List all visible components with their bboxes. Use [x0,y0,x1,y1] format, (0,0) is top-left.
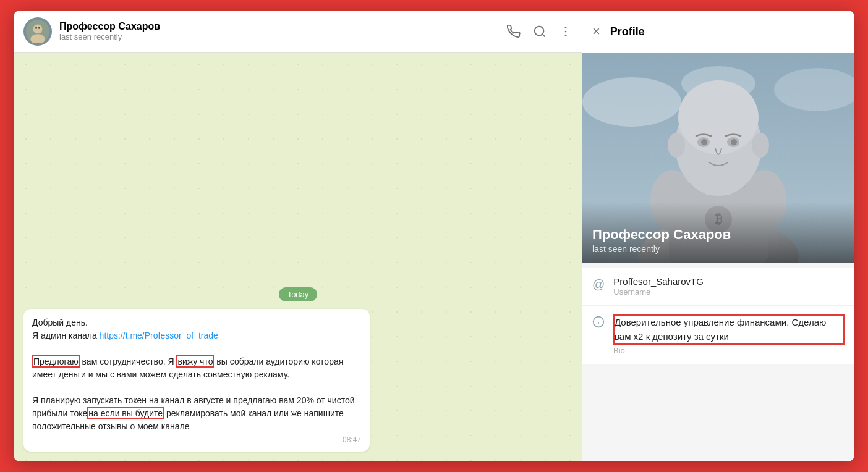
today-label: Today [279,287,318,301]
admin-prefix: Я админ канала [32,331,100,340]
contact-info: Профессор Сахаров last seen recently [59,21,507,41]
username-row: @ Proffesor_SaharovTG Username [582,268,854,306]
chat-background: Today Добрый день. Я админ канала https:… [14,53,582,461]
message-text: Добрый день. Я админ канала https://t.me… [32,316,361,433]
username-label: Username [613,287,704,297]
highlight-predlagayu: Предлогаю [32,355,80,368]
close-profile-button[interactable]: × [592,23,600,40]
chat-header: Профессор Сахаров last seen recently [14,11,582,53]
profile-name-overlay: Профессор Сахаров last seen recently [582,202,854,263]
svg-point-8 [565,35,567,36]
svg-point-26 [668,133,685,158]
contact-name: Профессор Сахаров [59,21,507,32]
svg-point-7 [565,30,567,32]
highlight-vizhuchto: вижу что [176,355,214,368]
svg-point-21 [678,80,759,154]
info-icon [592,316,605,331]
profile-header-bar: × Profile [582,11,854,53]
highlight-naesli: на если вы будите [87,407,164,419]
phone-icon[interactable] [507,25,521,38]
bio-content: Доверительное управление финансами. Сдел… [613,314,845,355]
contact-status: last seen recently [59,32,507,41]
greeting-text: Добрый день. [32,318,88,327]
bio-value: Доверительное управление финансами. Сдел… [615,316,843,343]
at-icon: @ [592,277,605,292]
svg-point-1 [33,24,43,33]
svg-point-25 [731,139,737,145]
profile-title: Profile [610,25,645,38]
app-window: Профессор Сахаров last seen recently [14,11,854,461]
bio-row: Доверительное управление финансами. Сдел… [582,306,854,364]
profile-overlay-name: Профессор Сахаров [592,227,845,243]
svg-point-5 [535,26,544,35]
profile-photo: ₿ [582,53,854,263]
svg-point-3 [35,27,37,28]
messages-area: Today Добрый день. Я админ канала https:… [14,53,582,461]
message-time: 08:47 [32,436,361,444]
svg-point-6 [565,27,567,28]
text-part1: вам сотрудничество. Я [80,356,177,366]
chat-panel: Профессор Сахаров last seen recently [14,11,582,461]
bio-label: Bio [613,346,845,355]
svg-point-10 [582,77,681,127]
svg-point-4 [38,27,40,28]
profile-overlay-status: last seen recently [592,244,845,254]
profile-panel: × Profile [582,11,854,461]
svg-point-27 [752,133,769,158]
channel-link[interactable]: https://t.me/Professor_of_trade [100,331,218,340]
svg-point-24 [701,139,707,145]
contact-avatar[interactable] [23,17,52,46]
more-options-icon[interactable] [559,25,572,38]
search-icon[interactable] [533,25,547,38]
message-bubble: Добрый день. Я админ канала https://t.me… [23,309,370,452]
username-value: Proffesor_SaharovTG [613,276,704,287]
bio-highlight-box: Доверительное управление финансами. Сдел… [613,314,845,345]
username-content: Proffesor_SaharovTG Username [613,276,704,297]
profile-info-section: @ Proffesor_SaharovTG Username Довери [582,268,854,364]
header-icons [507,25,572,38]
today-badge: Today [23,287,572,301]
